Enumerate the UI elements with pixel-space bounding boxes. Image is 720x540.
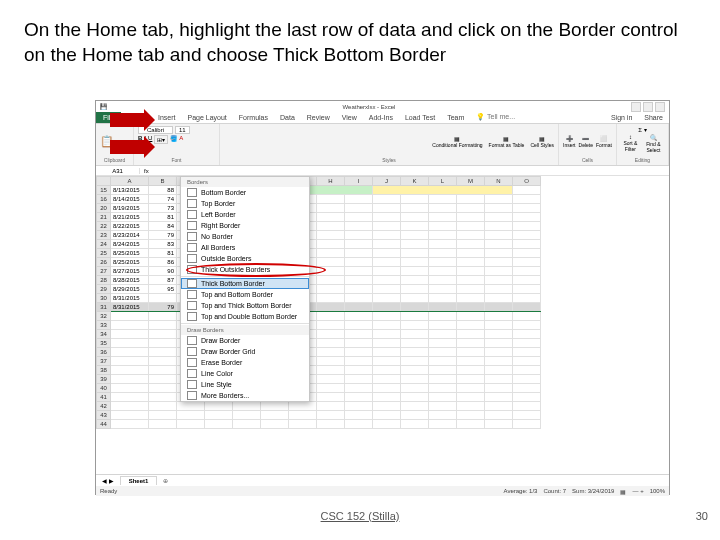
col-header[interactable]: N: [485, 177, 513, 186]
tab-view[interactable]: View: [336, 112, 363, 123]
tab-addins[interactable]: Add-Ins: [363, 112, 399, 123]
row-header[interactable]: 22: [97, 222, 111, 231]
menu-item[interactable]: All Borders: [181, 242, 309, 253]
menu-item[interactable]: Line Color: [181, 368, 309, 379]
qat-save-icon[interactable]: 💾: [100, 103, 107, 110]
row-header[interactable]: 42: [97, 402, 111, 411]
tab-data[interactable]: Data: [274, 112, 301, 123]
zoom-level[interactable]: 100%: [650, 488, 665, 495]
view-normal-icon[interactable]: ▦: [620, 488, 626, 495]
menu-item[interactable]: Outside Borders: [181, 253, 309, 264]
menu-item[interactable]: Left Border: [181, 209, 309, 220]
col-header[interactable]: B: [149, 177, 177, 186]
cell[interactable]: 90: [149, 267, 177, 276]
sheet-nav-icon[interactable]: ◀ ▶: [96, 477, 120, 484]
row-header[interactable]: 32: [97, 312, 111, 321]
cell[interactable]: 81: [149, 249, 177, 258]
delete-cells-icon[interactable]: ➖: [579, 135, 593, 142]
row-header[interactable]: 40: [97, 384, 111, 393]
tab-page-layout[interactable]: Page Layout: [181, 112, 232, 123]
menu-item[interactable]: Top and Thick Bottom Border: [181, 300, 309, 311]
cell[interactable]: 8/27/2015: [111, 267, 149, 276]
cell[interactable]: 81: [149, 213, 177, 222]
cell[interactable]: 8/19/2015: [111, 204, 149, 213]
autosum-icon[interactable]: Σ ▾: [638, 126, 646, 133]
tab-formulas[interactable]: Formulas: [233, 112, 274, 123]
maximize-icon[interactable]: [643, 102, 653, 112]
fx-icon[interactable]: fx: [140, 168, 153, 174]
menu-item[interactable]: Erase Border: [181, 357, 309, 368]
select-all-corner[interactable]: [97, 177, 111, 186]
row-header[interactable]: 44: [97, 420, 111, 429]
minimize-icon[interactable]: [631, 102, 641, 112]
cell[interactable]: 95: [149, 285, 177, 294]
cell[interactable]: [149, 294, 177, 303]
menu-item[interactable]: Right Border: [181, 220, 309, 231]
row-header[interactable]: 21: [97, 213, 111, 222]
row-header[interactable]: 26: [97, 258, 111, 267]
cell[interactable]: 79: [149, 303, 177, 312]
row-header[interactable]: 34: [97, 330, 111, 339]
cell[interactable]: 8/25/2015: [111, 249, 149, 258]
row-header[interactable]: 15: [97, 186, 111, 195]
new-sheet-icon[interactable]: ⊕: [157, 476, 174, 485]
cell-styles-icon[interactable]: ▦: [530, 135, 554, 142]
menu-item[interactable]: Thick Outside Borders: [181, 264, 309, 275]
format-table-icon[interactable]: ▦: [489, 135, 525, 142]
cond-format-icon[interactable]: ▦: [432, 135, 482, 142]
cell[interactable]: [373, 186, 513, 195]
row-header[interactable]: 35: [97, 339, 111, 348]
cell[interactable]: 8/13/2015: [111, 186, 149, 195]
row-header[interactable]: 23: [97, 231, 111, 240]
cell[interactable]: 84: [149, 222, 177, 231]
col-header[interactable]: M: [457, 177, 485, 186]
row-header[interactable]: 29: [97, 285, 111, 294]
cell[interactable]: 8/23/2014: [111, 231, 149, 240]
row-header[interactable]: 16: [97, 195, 111, 204]
col-header[interactable]: K: [401, 177, 429, 186]
cell[interactable]: 74: [149, 195, 177, 204]
cell[interactable]: 8/25/2015: [111, 258, 149, 267]
menu-item[interactable]: Top and Double Bottom Border: [181, 311, 309, 322]
menu-item[interactable]: Top and Bottom Border: [181, 289, 309, 300]
menu-item[interactable]: Top Border: [181, 198, 309, 209]
font-color-icon[interactable]: A: [179, 135, 183, 144]
row-header[interactable]: 38: [97, 366, 111, 375]
cell[interactable]: 79: [149, 231, 177, 240]
font-size-select[interactable]: 11: [175, 126, 190, 134]
zoom-slider[interactable]: — +: [632, 488, 643, 495]
cell[interactable]: 86: [149, 258, 177, 267]
row-header[interactable]: 30: [97, 294, 111, 303]
cell[interactable]: 8/14/2015: [111, 195, 149, 204]
cell[interactable]: 8/31/2015: [111, 303, 149, 312]
row-header[interactable]: 20: [97, 204, 111, 213]
row-header[interactable]: 25: [97, 249, 111, 258]
row-header[interactable]: 24: [97, 240, 111, 249]
cell[interactable]: 8/29/2015: [111, 285, 149, 294]
row-header[interactable]: 39: [97, 375, 111, 384]
border-dropdown[interactable]: ⊞▾: [154, 135, 168, 144]
menu-item[interactable]: Draw Border: [181, 335, 309, 346]
menu-item[interactable]: Draw Border Grid: [181, 346, 309, 357]
sign-in[interactable]: Sign in: [605, 112, 638, 123]
name-box[interactable]: A31: [96, 168, 140, 174]
find-select-icon[interactable]: 🔍: [643, 134, 664, 141]
menu-item[interactable]: Bottom Border: [181, 187, 309, 198]
menu-thick-bottom-border[interactable]: Thick Bottom Border: [181, 278, 309, 289]
cell[interactable]: 8/22/2015: [111, 222, 149, 231]
menu-item[interactable]: Line Style: [181, 379, 309, 390]
share-button[interactable]: Share: [638, 112, 669, 123]
tab-review[interactable]: Review: [301, 112, 336, 123]
tab-team[interactable]: Team: [441, 112, 470, 123]
col-header[interactable]: A: [111, 177, 149, 186]
row-header[interactable]: 36: [97, 348, 111, 357]
row-header[interactable]: 27: [97, 267, 111, 276]
row-header[interactable]: 31: [97, 303, 111, 312]
spreadsheet-grid[interactable]: A B C D E F G H I J K L M N O 158/13/201…: [96, 176, 541, 429]
insert-cells-icon[interactable]: ➕: [563, 135, 576, 142]
row-header[interactable]: 43: [97, 411, 111, 420]
row-header[interactable]: 37: [97, 357, 111, 366]
format-cells-icon[interactable]: ⬜: [596, 135, 612, 142]
menu-item[interactable]: More Borders...: [181, 390, 309, 401]
col-header[interactable]: O: [513, 177, 541, 186]
